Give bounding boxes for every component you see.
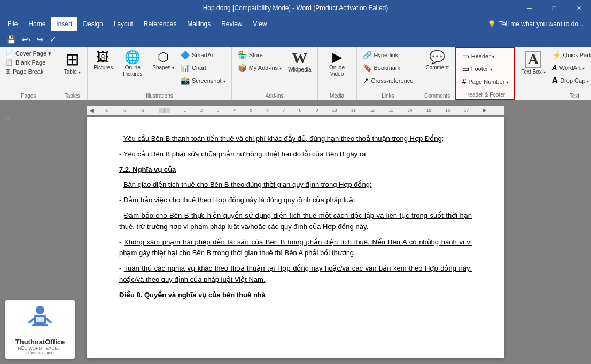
menu-mailings[interactable]: Mailings — [182, 17, 216, 31]
svg-rect-3 — [36, 317, 44, 322]
cross-reference-label: Cross-reference — [371, 77, 414, 84]
ribbon-group-comments: 💬 Comment Comments — [419, 47, 455, 100]
ribbon-group-header-footer: ▭ Header ▾ ▭ Footer ▾ # Page Number ▾ He… — [455, 47, 516, 100]
media-buttons: ▶ Online Video — [321, 49, 353, 99]
chart-button[interactable]: 📊 Chart — [178, 62, 228, 74]
drop-cap-button[interactable]: A Drop Cap ▾ — [549, 75, 591, 86]
online-video-button[interactable]: ▶ Online Video — [321, 49, 353, 79]
para-7: - Tuân thủ các nghĩa vụ khác theo thoả t… — [119, 263, 472, 286]
page-number-label: Page Number ▾ — [469, 78, 509, 85]
bookmark-button[interactable]: 🔖 Bookmark — [360, 62, 416, 74]
section-heading-8: Điều 8. Quyền và nghĩa vụ của bên thuê n… — [119, 290, 472, 301]
check-button[interactable]: ✓ — [48, 34, 58, 45]
tell-me-bar[interactable]: 💡 Tell me what you want to do... — [483, 20, 589, 28]
redo-button[interactable]: ↪ — [35, 34, 45, 45]
logo-svg — [24, 304, 56, 336]
menu-layout[interactable]: Layout — [108, 17, 138, 31]
comment-button[interactable]: 💬 Comment — [423, 49, 451, 73]
cover-page-label: Cover Page ▾ — [15, 50, 51, 57]
ribbon-group-links: 🔗 Hyperlink 🔖 Bookmark ↗ Cross-reference… — [357, 47, 420, 100]
links-buttons: 🔗 Hyperlink 🔖 Bookmark ↗ Cross-reference — [360, 49, 416, 99]
title-bar: Hop dong [Compatibility Mode] - Word (Pr… — [0, 0, 591, 16]
cover-page-button[interactable]: 📄 Cover Page ▾ — [3, 49, 53, 58]
menu-home[interactable]: Home — [23, 17, 51, 31]
my-addins-button[interactable]: 📦 My Add-ins ▾ — [235, 62, 284, 74]
shapes-icon: ⬡ — [158, 51, 169, 64]
footer-label: Footer ▾ — [471, 66, 492, 72]
menu-design[interactable]: Design — [77, 17, 108, 31]
store-button[interactable]: 🏪 Store — [235, 49, 284, 61]
maximize-button[interactable]: □ — [542, 0, 566, 16]
links-group-label: Links — [357, 93, 419, 99]
chart-label: Chart — [192, 65, 206, 71]
smartart-button[interactable]: 🔷 SmartArt — [178, 49, 228, 61]
screenshot-button[interactable]: 📸 Screenshot ▾ — [178, 75, 228, 86]
save-button[interactable]: 💾 — [4, 34, 18, 45]
page-number-icon: # — [462, 77, 466, 86]
title-text: Hop dong [Compatibility Mode] - Word (Pr… — [203, 4, 388, 12]
page-break-label: Page Break — [13, 68, 43, 75]
online-video-label: Online Video — [324, 65, 351, 77]
cross-reference-button[interactable]: ↗ Cross-reference — [360, 75, 416, 86]
ruler-numbers: -3 -2 -1 │ 1 2 3 4 5 6 7 8 9 10 11 12 13… — [87, 108, 504, 113]
screenshot-icon: 📸 — [181, 76, 190, 85]
ribbon-group-addins: 🏪 Store 📦 My Add-ins ▾ W Wikipedia Add-i… — [232, 47, 318, 100]
logo-area: ThuthuatOffice HỌC WORD - EXCEL - POWERP… — [5, 300, 75, 359]
close-button[interactable]: ✕ — [566, 0, 591, 16]
addins-buttons: 🏪 Store 📦 My Add-ins ▾ W Wikipedia — [235, 49, 314, 99]
blank-page-button[interactable]: 📋 Blank Page — [3, 58, 53, 67]
document-page[interactable]: - Yêu cầu Bên B thanh toán tiền thuê và … — [87, 117, 504, 358]
lightbulb-icon: 💡 — [488, 20, 496, 28]
table-label: Table ▾ — [64, 69, 81, 75]
text-box-button[interactable]: A Text Box ▾ — [518, 49, 548, 77]
ribbon-group-illustrations: 🖼 Pictures 🌐 Online Pictures ⬡ Shapes ▾ … — [88, 47, 232, 100]
chart-icon: 📊 — [181, 64, 190, 72]
shapes-button[interactable]: ⬡ Shapes ▾ — [150, 49, 177, 73]
header-button[interactable]: ▭ Header ▾ — [460, 50, 511, 62]
window-controls: ─ □ ✕ — [517, 0, 591, 16]
illustrations-group-label: Illustrations — [88, 93, 231, 99]
wordart-button[interactable]: A WordArt ▾ — [549, 62, 591, 74]
cover-page-icon: 📄 — [5, 50, 13, 57]
shapes-label: Shapes ▾ — [152, 65, 174, 71]
blank-page-label: Blank Page — [15, 59, 45, 66]
menu-file[interactable]: File — [2, 17, 23, 31]
addins-group-label: Add-ins — [232, 93, 317, 99]
table-icon: ⊞ — [65, 51, 80, 68]
online-pictures-button[interactable]: 🌐 Online Pictures — [116, 49, 149, 79]
hyperlink-button[interactable]: 🔗 Hyperlink — [360, 49, 416, 61]
hyperlink-icon: 🔗 — [363, 51, 372, 59]
document-wrapper: ◀ -3 -2 -1 │ 1 2 3 4 5 6 7 8 9 10 11 12 … — [5, 106, 586, 359]
footer-button[interactable]: ▭ Footer ▾ — [460, 63, 511, 75]
wikipedia-button[interactable]: W Wikipedia — [285, 49, 314, 75]
smartart-label: SmartArt — [192, 52, 215, 58]
menu-bar: File Home Insert Design Layout Reference… — [0, 16, 591, 32]
table-button[interactable]: ⊞ Table ▾ — [60, 49, 84, 77]
svg-point-0 — [36, 306, 44, 314]
illustrations-buttons: 🖼 Pictures 🌐 Online Pictures ⬡ Shapes ▾ … — [91, 49, 228, 99]
logo-subtitle: HỌC WORD - EXCEL - POWERPOINT — [10, 346, 71, 355]
menu-view[interactable]: View — [248, 17, 273, 31]
header-footer-buttons: ▭ Header ▾ ▭ Footer ▾ # Page Number ▾ — [460, 50, 511, 98]
page-number-button[interactable]: # Page Number ▾ — [460, 76, 511, 88]
pictures-icon: 🖼 — [97, 51, 110, 64]
ribbon-group-tables: ⊞ Table ▾ Tables — [57, 47, 88, 100]
menu-review[interactable]: Review — [216, 17, 247, 31]
ruler-left-arrow: ◀ — [90, 108, 94, 113]
quick-access-toolbar: 💾 ↩ ▾ ↪ ✓ — [0, 32, 591, 47]
minimize-button[interactable]: ─ — [517, 0, 542, 16]
store-icon: 🏪 — [238, 51, 247, 59]
tables-group-label: Tables — [57, 93, 87, 99]
menu-insert[interactable]: Insert — [51, 17, 77, 31]
quick-parts-icon: ⚡ — [552, 51, 561, 59]
footer-icon: ▭ — [462, 65, 469, 73]
undo-button[interactable]: ↩ ▾ — [20, 34, 33, 45]
menu-references[interactable]: References — [138, 17, 182, 31]
pictures-button[interactable]: 🖼 Pictures — [91, 49, 115, 73]
ribbon-group-text: A Text Box ▾ ⚡ Quick Parts ▾ A WordArt ▾… — [515, 47, 591, 100]
text-box-icon: A — [525, 51, 541, 68]
quick-parts-button[interactable]: ⚡ Quick Parts ▾ — [549, 49, 591, 61]
para-6: - Không xâm phạm trái phép đến tài sản c… — [119, 237, 472, 259]
tables-buttons: ⊞ Table ▾ — [60, 49, 84, 99]
page-break-button[interactable]: ⊞ Page Break — [3, 67, 53, 76]
